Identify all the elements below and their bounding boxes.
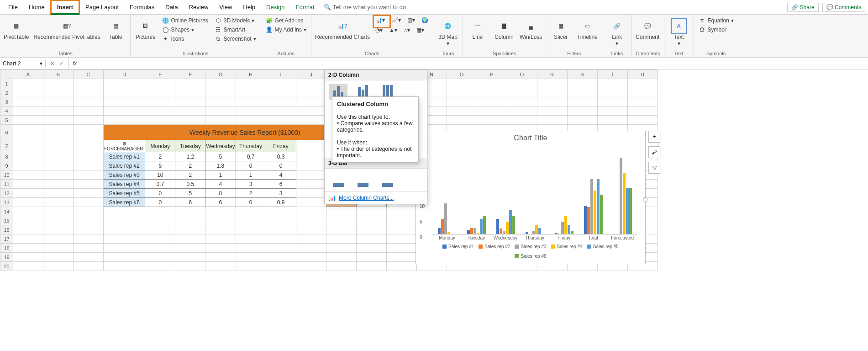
row-header[interactable]: 4	[0, 106, 13, 116]
more-column-charts-link[interactable]: 📊More Column Charts...	[325, 191, 427, 204]
cell[interactable]: 8	[205, 189, 236, 198]
shapes-button[interactable]: ◯Shapes ▾	[161, 26, 209, 34]
cell[interactable]	[43, 216, 74, 225]
cell[interactable]	[43, 140, 74, 152]
cell[interactable]	[205, 116, 236, 125]
cell[interactable]	[104, 234, 145, 244]
cell[interactable]	[104, 253, 145, 262]
cell[interactable]	[74, 125, 104, 140]
cell[interactable]	[296, 106, 326, 116]
cell[interactable]	[43, 198, 74, 207]
cell[interactable]	[13, 189, 43, 198]
cell[interactable]	[236, 225, 266, 234]
cell[interactable]	[477, 97, 507, 106]
chart-elements-button[interactable]: +	[648, 131, 660, 143]
cell[interactable]	[326, 225, 356, 234]
cell[interactable]	[175, 207, 205, 216]
cell[interactable]	[74, 225, 104, 234]
bar-chart-button[interactable]: ▥▾	[406, 16, 416, 24]
cell[interactable]	[386, 262, 416, 271]
cell[interactable]: 0	[236, 161, 266, 170]
cell[interactable]	[104, 106, 145, 116]
cell[interactable]: 0	[266, 161, 296, 170]
cell[interactable]	[236, 106, 266, 116]
cell[interactable]	[43, 161, 74, 170]
cell[interactable]	[205, 244, 236, 253]
row-header[interactable]: 20	[0, 262, 13, 271]
cell[interactable]: 0	[145, 198, 175, 207]
cell[interactable]	[266, 262, 296, 271]
chart-styles-button[interactable]: 🖌	[648, 146, 660, 158]
cell[interactable]	[13, 88, 43, 97]
tab-file[interactable]: File	[3, 1, 23, 13]
name-box[interactable]: Chart 2▾	[0, 60, 46, 67]
cell[interactable]	[104, 225, 145, 234]
embedded-chart[interactable]: Chart Title 051015202530 MondayTuesdayWe…	[416, 131, 646, 264]
col-header[interactable]: A	[13, 70, 43, 79]
tab-design[interactable]: Design	[261, 1, 290, 13]
cell[interactable]	[296, 225, 326, 234]
row-header[interactable]: 19	[0, 253, 13, 262]
col-header[interactable]: F	[175, 70, 205, 79]
cell[interactable]	[43, 189, 74, 198]
cell[interactable]	[356, 244, 386, 253]
tell-me-search[interactable]: 🔍 Tell me what you want to do	[320, 4, 406, 11]
cell[interactable]	[266, 88, 296, 97]
row-header[interactable]: 9	[0, 161, 13, 170]
cell[interactable]	[266, 216, 296, 225]
cell[interactable]	[43, 170, 74, 180]
tab-page-layout[interactable]: Page Layout	[80, 1, 124, 13]
scatter-chart-button[interactable]: ∴▾	[403, 27, 411, 34]
icons-button[interactable]: ✦Icons	[161, 35, 209, 43]
cell[interactable]	[74, 152, 104, 161]
cell[interactable]	[266, 106, 296, 116]
maps-button[interactable]: 🌍	[421, 16, 429, 24]
col-header[interactable]: P	[477, 70, 507, 79]
cell[interactable]	[567, 116, 597, 125]
cell[interactable]	[597, 79, 627, 88]
cell[interactable]	[175, 244, 205, 253]
col-header[interactable]: H	[236, 70, 266, 79]
col-header[interactable]: J	[296, 70, 326, 79]
cell[interactable]	[145, 97, 175, 106]
cell[interactable]	[296, 262, 326, 271]
cell[interactable]	[175, 234, 205, 244]
cell[interactable]	[43, 79, 74, 88]
cell[interactable]: 2	[236, 189, 266, 198]
cell[interactable]	[43, 234, 74, 244]
cell[interactable]: 1	[236, 170, 266, 180]
worksheet[interactable]: ABCDEFGHIJKLMNOPQRSTU123456Weekly Revenu…	[0, 69, 868, 271]
cell[interactable]	[236, 216, 266, 225]
cell[interactable]: 2	[175, 161, 205, 170]
cell[interactable]: 2	[145, 152, 175, 161]
cell[interactable]	[296, 88, 326, 97]
cell[interactable]	[175, 216, 205, 225]
cell[interactable]	[175, 106, 205, 116]
col-header[interactable]: I	[266, 70, 296, 79]
cell[interactable]: 0.7	[236, 152, 266, 161]
cell[interactable]	[205, 225, 236, 234]
cell[interactable]: 10	[145, 170, 175, 180]
cell[interactable]	[296, 207, 326, 216]
cell[interactable]	[74, 234, 104, 244]
cell[interactable]: 0.7	[145, 180, 175, 189]
row-header[interactable]: 3	[0, 97, 13, 106]
3d-stacked-bar-option[interactable]	[354, 172, 372, 188]
cell[interactable]: 6	[266, 180, 296, 189]
table-button[interactable]: ▤Table	[105, 16, 126, 40]
cell[interactable]	[175, 262, 205, 271]
cell[interactable]	[13, 116, 43, 125]
cell[interactable]	[597, 88, 627, 97]
sparkline-winloss-button[interactable]: ▄Win/Loss	[520, 16, 542, 40]
cell[interactable]	[567, 106, 597, 116]
row-header[interactable]: 14	[0, 207, 13, 216]
share-button[interactable]: 🔗 Share	[787, 3, 818, 12]
cell[interactable]	[326, 234, 356, 244]
cell[interactable]	[627, 79, 658, 88]
cell[interactable]	[447, 88, 477, 97]
cell[interactable]: 5	[145, 161, 175, 170]
cell[interactable]	[356, 216, 386, 225]
tab-home[interactable]: Home	[23, 1, 50, 13]
cell[interactable]	[205, 88, 236, 97]
cell[interactable]	[104, 262, 145, 271]
